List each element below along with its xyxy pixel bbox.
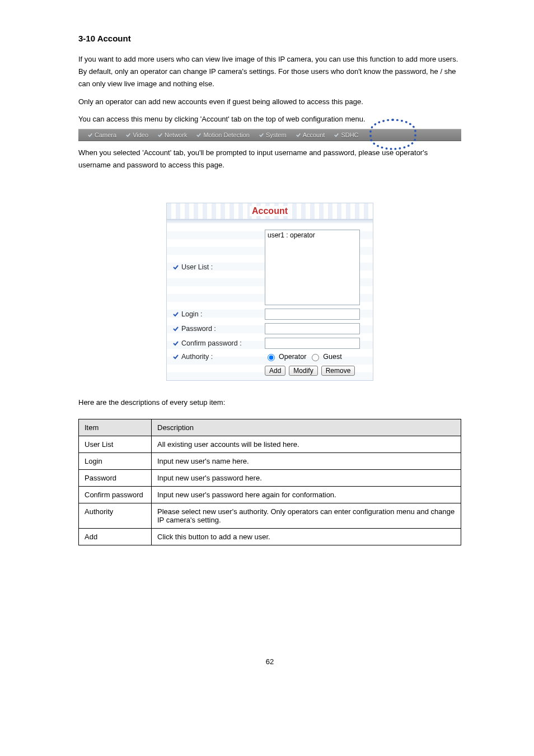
bullet-icon	[172, 340, 179, 347]
bullet-icon	[172, 353, 179, 360]
table-row: PasswordInput new user's password here.	[79, 469, 461, 486]
modify-button[interactable]: Modify	[289, 366, 317, 376]
password-input[interactable]	[265, 323, 360, 334]
note-paragraph: Only an operator can add new accounts ev…	[78, 96, 461, 108]
nav-system[interactable]: System	[255, 132, 290, 138]
nav-network[interactable]: Network	[154, 132, 190, 138]
user-list-box[interactable]: user1 : operator	[265, 230, 360, 305]
page-number: 62	[78, 657, 461, 666]
after-nav-paragraph: When you selected 'Account' tab, you'll …	[78, 147, 461, 171]
nav-camera[interactable]: Camera	[84, 132, 120, 138]
navbar: Camera Video Network Motion Detection Sy…	[78, 129, 461, 141]
nav-account[interactable]: Account	[292, 132, 329, 138]
check-icon	[157, 132, 163, 138]
nav-instruction: You can access this menu by clicking 'Ac…	[78, 115, 461, 123]
confirm-password-input[interactable]	[265, 338, 360, 349]
remove-button[interactable]: Remove	[321, 366, 355, 376]
check-icon	[334, 132, 339, 138]
panel-title: Account	[250, 206, 290, 216]
account-panel: Account User List : user1 : operator Log	[166, 203, 373, 381]
list-item[interactable]: user1 : operator	[268, 231, 357, 239]
authority-label: Authority :	[181, 353, 213, 361]
panel-header: Account	[166, 203, 373, 220]
authority-guest-label: Guest	[323, 353, 341, 361]
bullet-icon	[172, 311, 179, 318]
login-label: Login :	[181, 310, 203, 318]
nav-sdhc[interactable]: SDHC	[330, 132, 362, 138]
table-header-row: Item Description	[79, 419, 461, 436]
authority-operator-radio[interactable]	[268, 354, 275, 361]
navbar-screenshot: Camera Video Network Motion Detection Sy…	[78, 129, 461, 141]
table-header-item: Item	[79, 419, 152, 436]
table-row: Confirm passwordInput new user's passwor…	[79, 486, 461, 503]
table-intro: Here are the descriptions of every setup…	[78, 396, 461, 409]
authority-operator-label: Operator	[279, 353, 306, 361]
check-icon	[87, 132, 93, 138]
table-row: AddClick this button to add a new user.	[79, 528, 461, 545]
password-label: Password :	[181, 325, 216, 333]
nav-motion-detection[interactable]: Motion Detection	[193, 132, 253, 138]
description-table: Item Description User ListAll existing u…	[78, 419, 461, 545]
check-icon	[196, 132, 202, 138]
check-icon	[296, 132, 301, 138]
table-row: LoginInput new user's name here.	[79, 452, 461, 469]
check-icon	[259, 132, 264, 138]
bullet-icon	[172, 264, 179, 270]
add-button[interactable]: Add	[265, 366, 285, 376]
check-icon	[125, 132, 131, 138]
login-input[interactable]	[265, 309, 360, 320]
intro-paragraph: If you want to add more users who can vi…	[78, 53, 461, 90]
table-row: User ListAll existing user accounts will…	[79, 436, 461, 452]
table-header-desc: Description	[152, 419, 461, 436]
table-row: AuthorityPlease select new user's author…	[79, 503, 461, 528]
confirm-password-label: Confirm password :	[181, 339, 242, 347]
user-list-label: User List :	[181, 263, 213, 271]
nav-video[interactable]: Video	[122, 132, 152, 138]
section-number: 3-10	[78, 34, 95, 43]
section-heading: 3-10 Account	[78, 34, 461, 43]
authority-guest-radio[interactable]	[312, 354, 319, 361]
section-title: Account	[97, 34, 131, 43]
bullet-icon	[172, 325, 179, 332]
